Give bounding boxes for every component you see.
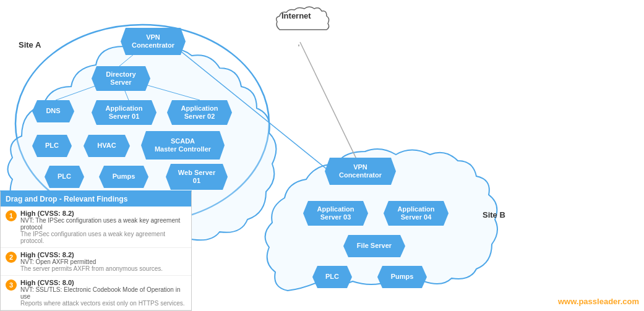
node-plc-bottom[interactable]: PLC <box>45 166 84 188</box>
node-app-server-01[interactable]: ApplicationServer 01 <box>92 100 157 125</box>
finding-item-1: 1 High (CVSS: 8.2) NVT: The IPSec config… <box>1 207 191 248</box>
finding-content-3: High (CVSS: 8.0) NVT: SSL/TLS: Electroni… <box>20 279 186 307</box>
watermark: www.passleader.com <box>558 297 639 306</box>
internet-label: Internet <box>281 11 311 20</box>
node-pumps-site-b[interactable]: Pumps <box>377 266 427 288</box>
node-pumps[interactable]: Pumps <box>99 166 148 188</box>
finding-number-1: 1 <box>6 210 17 221</box>
site-a-label: Site A <box>19 40 41 49</box>
node-directory-server[interactable]: DirectoryServer <box>92 66 150 91</box>
node-app-server-02[interactable]: ApplicationServer 02 <box>167 100 232 125</box>
finding-nvt-3: NVT: SSL/TLS: Electronic Codebook Mode o… <box>20 286 186 300</box>
main-container: Internet Site A Site B VPNConcentrator D… <box>0 0 644 311</box>
finding-title-1: High (CVSS: 8.2) <box>20 210 186 217</box>
finding-item-2: 2 High (CVSS: 8.2) NVT: Open AXFR permit… <box>1 248 191 276</box>
finding-desc-1: The IPSec configuration uses a weak key … <box>20 231 186 244</box>
finding-nvt-1: NVT: The IPSec configuration uses a weak… <box>20 217 186 231</box>
node-vpn-concentrator-right[interactable]: VPNConcentrator <box>325 158 396 185</box>
finding-item-3: 3 High (CVSS: 8.0) NVT: SSL/TLS: Electro… <box>1 276 191 310</box>
svg-line-2 <box>300 42 359 164</box>
node-scada[interactable]: SCADAMaster Controller <box>141 131 225 160</box>
finding-content-1: High (CVSS: 8.2) NVT: The IPSec configur… <box>20 210 186 244</box>
findings-panel: Drag and Drop - Relevant Findings 1 High… <box>0 190 192 311</box>
node-web-server[interactable]: Web Server01 <box>166 164 228 190</box>
node-plc-site-b[interactable]: PLC <box>312 266 352 288</box>
finding-title-2: High (CVSS: 8.2) <box>20 251 186 258</box>
node-file-server[interactable]: File Server <box>343 235 405 257</box>
node-hvac[interactable]: HVAC <box>84 135 130 157</box>
finding-desc-3: Reports where attack vectors exist only … <box>20 300 186 307</box>
node-dns[interactable]: DNS <box>32 100 74 122</box>
finding-number-2: 2 <box>6 252 17 263</box>
node-app-server-03[interactable]: ApplicationServer 03 <box>303 201 368 226</box>
finding-content-2: High (CVSS: 8.2) NVT: Open AXFR permitte… <box>20 251 186 272</box>
finding-title-3: High (CVSS: 8.0) <box>20 279 186 286</box>
finding-number-3: 3 <box>6 279 17 291</box>
finding-desc-2: The server permits AXFR from anonymous s… <box>20 265 186 272</box>
findings-header: Drag and Drop - Relevant Findings <box>1 192 191 207</box>
site-b-label: Site B <box>483 210 505 219</box>
node-vpn-concentrator-top[interactable]: VPNConcentrator <box>121 28 186 55</box>
node-app-server-04[interactable]: ApplicationServer 04 <box>384 201 449 226</box>
node-plc-top[interactable]: PLC <box>32 135 72 157</box>
finding-nvt-2: NVT: Open AXFR permitted <box>20 258 186 265</box>
